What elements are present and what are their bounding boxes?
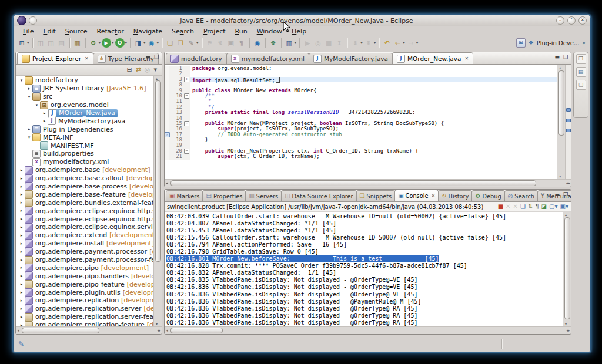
tree-item-org-adempiere-replication-feature[interactable]: ▸org.adempiere.replication-feature [deve…	[16, 321, 162, 326]
code-line[interactable]: 10− /**	[165, 93, 557, 99]
minimized-outline-view[interactable]: ▤	[576, 67, 586, 77]
scrollbar-thumb[interactable]	[564, 217, 570, 319]
toolbar-team-synchronize[interactable]: ❖	[269, 38, 278, 48]
scrollbar-thumb[interactable]	[558, 70, 564, 136]
minimized-task-list-view[interactable]: ▢	[576, 80, 586, 90]
tree-item-org-adempiere-install[interactable]: ▸org.adempiere.install [development]	[16, 240, 162, 248]
view-tab-debug[interactable]: ⚙Debug	[471, 190, 504, 201]
code-line[interactable]: 11 *	[165, 99, 557, 104]
console-line[interactable]: 08:42:16.836 VTabbedPane.isDisplay: Not …	[166, 298, 563, 305]
toolbar-new-web-project-dropdown[interactable]: ◨▾	[133, 38, 146, 48]
console-line[interactable]: 08:42:04.807 APanel.dataStatusChanged: *…	[166, 220, 563, 227]
view-tab-console[interactable]: ▣Console✕	[394, 190, 439, 201]
expand-fold-icon[interactable]: +	[184, 77, 189, 82]
code-area[interactable]: 1package org.evenos.model;23+import java…	[165, 65, 557, 179]
expand-arrow-icon[interactable]: ▸	[18, 306, 25, 311]
tree-item-org-adempiere-replication-server[interactable]: ▸org.adempiere.replication.server [devel…	[16, 305, 162, 313]
expand-arrow-icon[interactable]: ▾	[26, 95, 32, 99]
toolbar-last-edit-location[interactable]: ↶	[382, 38, 392, 48]
scrollbar-thumb[interactable]	[22, 328, 99, 333]
tree-item-org-adempiere-eclipse-equinox-http-servletbridge[interactable]: ▸org.adempiere.eclipse.equinox.http.serv…	[16, 215, 162, 223]
code-line[interactable]: 3+import java.sql.ResultSet;	[165, 77, 557, 82]
project-tree[interactable]: ▾modelfactory▸JRE System Library [JavaSE…	[16, 76, 162, 326]
tree-item-org-adempiere-base-feature[interactable]: ▸org.adempiere.base-feature [development…	[16, 190, 162, 198]
expand-arrow-icon[interactable]: ▸	[41, 111, 48, 116]
menu-refactor[interactable]: Refactor	[92, 28, 129, 35]
expand-arrow-icon[interactable]: ▾	[26, 135, 32, 140]
menu-project[interactable]: Project	[199, 28, 230, 35]
menu-help[interactable]: Help	[287, 28, 311, 35]
close-icon[interactable]: ✕	[464, 56, 469, 61]
explorer-vertical-scrollbar[interactable]	[153, 76, 162, 326]
console-line[interactable]: 08:42:15.456 CalloutOrder.start: warehou…	[166, 234, 563, 241]
titlebar[interactable]: Java EE - modelfactory/src/org/evenos/mo…	[14, 15, 590, 26]
expand-arrow-icon[interactable]: ▸	[18, 233, 25, 238]
editor-horizontal-scrollbar[interactable]	[165, 179, 571, 187]
scrollbar-thumb[interactable]	[170, 180, 536, 186]
editor-tab-mymodelfactory-java[interactable]: MyModelFactory.java	[309, 53, 393, 64]
console-horizontal-scrollbar[interactable]	[165, 326, 571, 334]
tree-item-org-evenos-model[interactable]: ▾org.evenos.model	[16, 101, 162, 109]
tree-item-morder-new-java[interactable]: ▸MOrder_New.java	[16, 109, 162, 117]
expand-arrow-icon[interactable]: ▸	[41, 119, 48, 123]
perspective-overflow-button[interactable]: »	[582, 40, 585, 46]
expand-arrow-icon[interactable]: ▸	[18, 250, 25, 254]
menu-window[interactable]: Window	[252, 28, 287, 35]
folding-bar[interactable]: −	[183, 149, 190, 154]
console-pin-console[interactable]: ◪	[541, 203, 547, 211]
console-line[interactable]: 08:42:16.832 APanel.dataStatusChanged: 1…	[166, 269, 563, 277]
code-line[interactable]: 9public class MOrder_New extends MOrder{	[165, 88, 557, 93]
editor-tab-morder-new-java[interactable]: MOrder_New.java✕	[392, 52, 473, 64]
console-line[interactable]: 08:42:16.828 Trx.commit: **** POSaveC_Or…	[166, 262, 563, 269]
expand-arrow-icon[interactable]: ▸	[18, 290, 25, 295]
explorer-link-with-editor[interactable]: ⇄	[136, 66, 141, 74]
tree-item-org-adempiere-pipo-feature[interactable]: ▸org.adempiere.pipo-feature [development…	[16, 280, 162, 288]
expand-arrow-icon[interactable]: ▸	[18, 184, 25, 189]
expand-arrow-icon[interactable]: ▸	[26, 127, 32, 132]
expand-arrow-icon[interactable]: ▾	[34, 103, 40, 107]
console-line[interactable]: 08:42:16.836 VTabbedPane.isDisplay: Not …	[166, 312, 563, 319]
toolbar-export[interactable]: ❐	[176, 38, 185, 48]
expand-arrow-icon[interactable]: ▸	[18, 200, 25, 205]
view-tab-properties[interactable]: ▤Properties	[202, 190, 246, 201]
tree-item-plug-in-dependencies[interactable]: ▸Plug-in Dependencies	[16, 125, 162, 133]
close-icon[interactable]: ✕	[431, 193, 435, 198]
toolbar-new-java-ee-resource[interactable]: ▦	[73, 38, 82, 48]
editor-vertical-scrollbar[interactable]	[557, 65, 565, 179]
toolbar-debug-dropdown[interactable]: ⚙▾	[89, 38, 101, 48]
console-terminate[interactable]: ■	[498, 203, 503, 211]
toolbar-mark-occurrences-dropdown[interactable]: ✎▾	[186, 38, 199, 48]
minimize-button[interactable]: ⌄	[556, 16, 564, 25]
overview-ruler[interactable]	[565, 65, 571, 179]
minimize-view-icon[interactable]: ▬	[145, 55, 150, 60]
occurrence-marker[interactable]	[566, 119, 571, 122]
toolbar-run-dropdown[interactable]: ▶▾	[102, 38, 114, 48]
maximize-view-icon[interactable]: ❒	[563, 192, 568, 197]
code-line[interactable]: 21 super(ctx, C_Order_ID, trxName);	[165, 154, 557, 159]
explorer-focus-on-active-task[interactable]: ◎	[145, 66, 150, 74]
tree-item-mymodelfactory-xml[interactable]: mymodelfactory.xml	[16, 158, 162, 166]
toolbar-import[interactable]: ❏	[165, 38, 175, 48]
expand-arrow-icon[interactable]: ▸	[18, 282, 25, 287]
tree-item-org-adempiere-payment-processor-feature[interactable]: ▸org.adempiere.payment.processor-feature…	[16, 256, 162, 264]
expand-arrow-icon[interactable]: ▸	[18, 208, 25, 213]
statusbar-hint-icon[interactable]: ✎	[18, 340, 24, 348]
tree-item-build-properties[interactable]: build.properties	[16, 150, 162, 158]
expand-arrow-icon[interactable]: ▾	[18, 78, 25, 83]
toolbar-run-coverage-dropdown[interactable]: Q▾	[115, 38, 128, 48]
tree-item-org-adempiere-base-callout[interactable]: ▸org.adempiere.base.callout [development…	[16, 174, 162, 183]
view-tab-history[interactable]: ↻History	[438, 190, 472, 201]
folding-bar[interactable]: +	[183, 77, 190, 82]
tree-item-org-adempiere-base-process[interactable]: ▸org.adempiere.base.process [development…	[16, 183, 162, 191]
occurrence-marker[interactable]	[566, 108, 571, 112]
menu-source[interactable]: Source	[61, 28, 92, 35]
tree-item-org-adempiere-bundles-external-feature[interactable]: ▸org.adempiere.bundles.external-feature …	[16, 198, 162, 207]
tree-item-org-adempiere-plugin-utils[interactable]: ▸org.adempiere.plugin.utils [development…	[16, 288, 162, 296]
minimize-view-icon[interactable]: ▬	[554, 55, 560, 60]
expand-arrow-icon[interactable]: ▸	[18, 298, 25, 303]
close-button[interactable]: ✕	[578, 16, 587, 25]
expand-arrow-icon[interactable]: ▸	[18, 217, 25, 221]
collapse-fold-icon[interactable]: −	[184, 149, 189, 154]
scrollbar-thumb[interactable]	[170, 328, 223, 333]
view-tab-data-source-explorer[interactable]: ◫Data Source Explorer	[281, 190, 357, 201]
